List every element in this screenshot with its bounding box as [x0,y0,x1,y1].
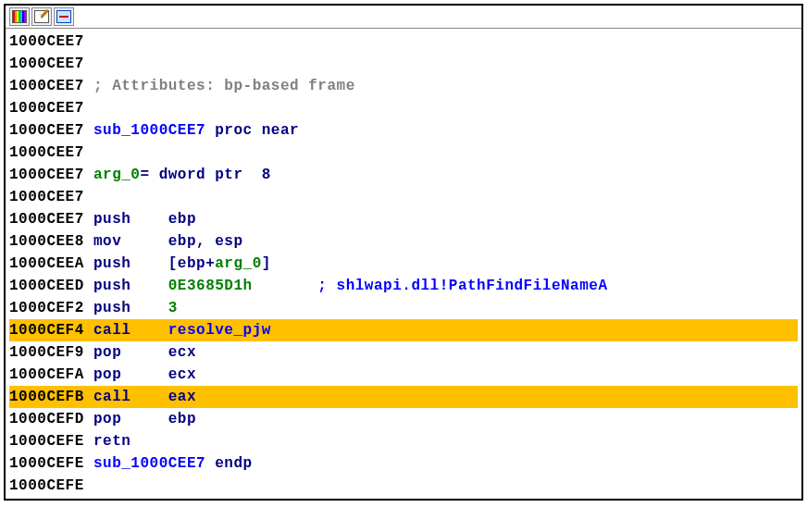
toolbar-edit-button[interactable] [31,7,52,26]
gap [84,319,93,341]
asm-token: dword ptr 8 [159,164,271,186]
asm-token: push [93,253,168,275]
asm-line[interactable]: 1000CEE8 mov ebp, esp [9,230,798,253]
asm-token: call [93,319,168,341]
gap [84,430,93,452]
asm-token: retn [93,430,130,452]
asm-line[interactable]: 1000CEFA pop ecx [9,364,798,386]
address-column: 1000CEEA [9,253,84,275]
gap [84,208,93,230]
asm-line[interactable]: 1000CEFE retn [9,430,798,452]
gap [84,119,93,142]
asm-line[interactable]: 1000CEF9 pop ecx [9,341,798,364]
asm-line[interactable]: 1000CEEA push [ebp+arg_0] [9,253,798,275]
asm-token: endp [215,452,252,475]
graph-icon [56,10,71,23]
asm-token: ] [262,253,271,275]
address-column: 1000CEE7 [9,75,84,97]
address-column: 1000CEF2 [9,297,84,319]
asm-token: 3 [168,297,178,319]
toolbar [6,6,801,29]
asm-token: sub_1000CEE7 [93,452,215,475]
address-column: 1000CEFE [9,452,84,475]
address-column: 1000CEFE [9,430,84,452]
gap [84,164,93,186]
address-column: 1000CEE7 [9,119,84,142]
asm-token: pop [93,341,168,364]
asm-token: eax [168,386,196,408]
gap [84,297,93,319]
address-column: 1000CEFD [9,408,84,430]
asm-line[interactable]: 1000CEF4 call resolve_pjw [9,319,798,341]
asm-token: resolve_pjw [168,319,271,341]
asm-token: push [93,297,168,319]
gap [84,341,93,364]
asm-token: proc near [215,119,299,142]
address-column: 1000CEE7 [9,31,84,53]
asm-line[interactable]: 1000CEE7 arg_0= dword ptr 8 [9,164,798,186]
asm-line[interactable]: 1000CEF2 push 3 [9,297,798,319]
address-column: 1000CEFB [9,386,84,408]
asm-token: push [93,208,168,230]
asm-token: ebp [168,230,196,253]
asm-line[interactable]: 1000CEE7 [9,142,798,164]
address-column: 1000CEE7 [9,208,84,230]
asm-line[interactable]: 1000CEE7 sub_1000CEE7 proc near [9,119,798,142]
disassembly-window: 1000CEE71000CEE71000CEE7 ; Attributes: b… [4,4,803,501]
asm-line[interactable]: 1000CEFE sub_1000CEE7 endp [9,452,798,475]
asm-token: call [93,386,168,408]
address-column: 1000CEF4 [9,319,84,341]
asm-token: ecx [168,364,196,386]
toolbar-colors-button[interactable] [9,7,30,26]
asm-token: ; shlwapi.dll!PathFindFileNameA [317,275,607,297]
address-column: 1000CEED [9,275,84,297]
asm-token: pop [93,408,168,430]
asm-token: 0E3685D1h [168,275,318,297]
asm-token: ecx [168,341,196,364]
address-column: 1000CEE7 [9,164,84,186]
asm-token: mov [93,230,168,253]
asm-line[interactable]: 1000CEE7 [9,186,798,208]
asm-token: + [205,253,215,275]
edit-icon [34,10,49,23]
gap [84,75,93,97]
asm-token: pop [93,364,168,386]
asm-line[interactable]: 1000CEFD pop ebp [9,408,798,430]
asm-token: ebp [168,408,196,430]
asm-token: ebp [178,253,205,275]
asm-token: ebp [168,208,196,230]
asm-token: arg_0 [93,164,141,186]
gap [84,408,93,430]
asm-line[interactable]: 1000CEE7 push ebp [9,208,798,230]
asm-line[interactable]: 1000CEE7 [9,97,798,119]
gap [84,386,93,408]
asm-token: arg_0 [215,253,262,275]
gap [84,452,93,475]
address-column: 1000CEF9 [9,341,84,364]
gap [84,364,93,386]
asm-token: esp [215,230,242,253]
asm-line[interactable]: 1000CEFB call eax [9,386,798,408]
asm-line[interactable]: 1000CEE7 [9,53,798,75]
gap [84,275,93,297]
asm-token: ; Attributes: bp-based frame [93,75,355,97]
address-column: 1000CEFA [9,364,84,386]
asm-token: push [93,275,168,297]
asm-line[interactable]: 1000CEFE [9,475,798,497]
address-column: 1000CEE7 [9,142,84,164]
address-column: 1000CEFE [9,475,84,497]
palette-icon [12,10,27,23]
asm-token: = [140,164,158,186]
address-column: 1000CEE7 [9,97,84,119]
address-column: 1000CEE7 [9,186,84,208]
asm-line[interactable]: 1000CEE7 ; Attributes: bp-based frame [9,75,798,97]
address-column: 1000CEE8 [9,230,84,253]
asm-line[interactable]: 1000CEED push 0E3685D1h ; shlwapi.dll!Pa… [9,275,798,297]
toolbar-graph-button[interactable] [54,7,74,26]
asm-line[interactable]: 1000CEE7 [9,31,798,53]
disassembly-listing[interactable]: 1000CEE71000CEE71000CEE7 ; Attributes: b… [6,29,801,499]
gap [84,230,93,253]
asm-token: , [196,230,215,253]
asm-token: sub_1000CEE7 [93,119,215,142]
asm-token: [ [168,253,178,275]
